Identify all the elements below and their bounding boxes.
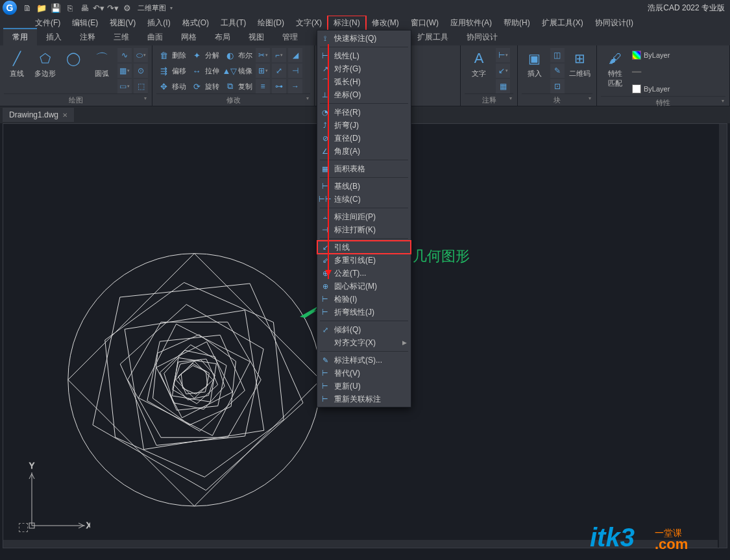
panel-title-block[interactable]: 块 (522, 93, 592, 106)
dropdown-item[interactable]: ⊢重新关联标注 (317, 393, 411, 406)
dropdown-item[interactable]: ⫠标注间距(P) (317, 210, 411, 223)
menu-item-label: 直径(D) (334, 133, 361, 144)
edit-block-button[interactable]: ✎ (550, 64, 565, 78)
dropdown-item[interactable]: ⊢替代(V) (317, 367, 411, 380)
arc-button[interactable]: ⌒圆弧 (89, 48, 115, 93)
menu-collab[interactable]: 协同设计(I) (590, 16, 639, 30)
dropdown-item[interactable]: ⊢检验(I) (317, 293, 411, 306)
insert-block-button[interactable]: ▣插入 (522, 48, 548, 93)
dropdown-item[interactable]: ⊥坐标(O) (317, 88, 411, 101)
menu-item-icon: ⤢ (320, 324, 330, 335)
stretch-button[interactable]: ↔拉伸 (189, 64, 221, 78)
dropdown-item[interactable]: ↙引线 (317, 241, 411, 254)
dropdown-item[interactable]: 对齐文字(X)▶ (317, 336, 411, 349)
submenu-arrow-icon: ▶ (402, 339, 407, 346)
delete-button[interactable]: 🗑删除 (156, 48, 188, 62)
lineweight-dropdown[interactable]: ByLayer (632, 82, 670, 96)
ribbon-tab[interactable]: 三维 (104, 28, 138, 45)
qat-save-icon[interactable]: 💾 (51, 3, 61, 13)
line-button[interactable]: ╱直线 (4, 48, 30, 93)
create-block-button[interactable]: ◫ (550, 48, 565, 62)
ribbon-tab[interactable]: 扩展工具 (408, 28, 457, 45)
linetype-dropdown[interactable]: ━━ (632, 65, 670, 79)
array-button[interactable]: ⊞ (256, 64, 270, 78)
ribbon-tab[interactable]: 协同设计 (457, 28, 507, 45)
dropdown-item[interactable]: ⊢折弯线性(J) (317, 306, 411, 319)
dropdown-item[interactable]: ⊕圆心标记(M) (317, 280, 411, 293)
ellipse-button[interactable]: ⬭ (134, 48, 148, 62)
dropdown-item[interactable]: ◔半径(R) (317, 106, 411, 119)
boolean-button[interactable]: ◐布尔 (223, 48, 254, 62)
lengthen-button[interactable]: → (288, 79, 302, 93)
ribbon-tab[interactable]: 插入 (37, 28, 71, 45)
app-logo-icon[interactable]: G (3, 1, 17, 15)
dropdown-item[interactable]: ↗对齐(G) (317, 62, 411, 75)
match-prop-button[interactable]: 🖌特性 匹配 (601, 48, 629, 96)
dim-linear-button[interactable]: ⊢ (496, 48, 510, 62)
ribbon-tab[interactable]: 视图 (239, 28, 273, 45)
dropdown-item[interactable]: ⤢倾斜(Q) (317, 323, 411, 336)
ribbon-tab[interactable]: 注释 (71, 28, 104, 45)
break-button[interactable]: ⊣ (288, 64, 302, 78)
text-button[interactable]: A文字 (465, 48, 493, 93)
dropdown-item[interactable]: ⟟快速标注(Q) (317, 32, 411, 45)
region-button[interactable]: ▭ (117, 79, 132, 93)
dropdown-item[interactable]: ✎标注样式(S)... (317, 354, 411, 367)
qat-redo-icon[interactable]: ↷▾ (108, 3, 118, 13)
join-button[interactable]: ⊶ (272, 79, 286, 93)
offset-button[interactable]: ⇶偏移 (156, 64, 188, 78)
scale-button[interactable]: ⤢ (272, 64, 286, 78)
dropdown-item[interactable]: ⊢基线(B) (317, 180, 411, 193)
workspace-switch-icon[interactable]: ⚙ (122, 3, 132, 13)
trim-button[interactable]: ✂ (256, 48, 270, 62)
dropdown-item[interactable]: ⊢线性(L) (317, 49, 411, 62)
dim-table-button[interactable]: ▦ (496, 79, 510, 93)
dropdown-item[interactable]: ⊢⊢连续(C) (317, 193, 411, 206)
rotate-button[interactable]: ⟳旋转 (189, 79, 221, 93)
menu-ext[interactable]: 扩展工具(X) (537, 16, 589, 30)
hatch-button[interactable]: ▦ (117, 64, 132, 78)
wipeout-button[interactable]: ⬚ (134, 79, 148, 93)
align-button[interactable]: ≡ (256, 79, 270, 93)
ribbon-tab[interactable]: 曲面 (138, 28, 172, 45)
qrcode-button[interactable]: ⊞二维码 (567, 48, 593, 93)
qat-print-icon[interactable]: 🖶 (79, 3, 90, 13)
ribbon-tab[interactable]: 管理 (273, 28, 307, 45)
qat-new-icon[interactable]: 🗎 (22, 3, 32, 13)
dropdown-item[interactable]: ⌒弧长(H) (317, 75, 411, 88)
panel-title-modify[interactable]: 修改 (156, 93, 310, 106)
fillet-button[interactable]: ⌐ (272, 48, 286, 62)
dim-leader-button[interactable]: ↙ (496, 64, 510, 78)
circle-button[interactable]: ◯ (61, 48, 87, 93)
panel-title-prop[interactable]: 特性 (601, 96, 725, 109)
ribbon-tab[interactable]: 布局 (206, 28, 239, 45)
mirror-button[interactable]: ▲▽镜像 (223, 64, 254, 78)
doc-tab[interactable]: Drawing1.dwg ✕ (3, 108, 74, 122)
spline-button[interactable]: ∿ (117, 48, 132, 62)
qat-undo-icon[interactable]: ↶▾ (93, 3, 104, 13)
explode-button[interactable]: ✦分解 (189, 48, 221, 62)
dropdown-item[interactable]: ⤴折弯(J) (317, 119, 411, 132)
dropdown-item[interactable]: ⊢更新(U) (317, 380, 411, 393)
chamfer-button[interactable]: ◢ (288, 48, 302, 62)
copy-button[interactable]: ⧉复制 (223, 79, 254, 93)
panel-title-annotate[interactable]: 注释 (465, 93, 513, 106)
workspace-label[interactable]: 二维草图 (138, 3, 166, 13)
dropdown-item[interactable]: ⊘直径(D) (317, 132, 411, 145)
dropdown-item[interactable]: ⊣标注打断(K) (317, 223, 411, 236)
ribbon-tab[interactable]: 常用 (3, 28, 37, 45)
move-button[interactable]: ✥移动 (156, 79, 188, 93)
dropdown-item[interactable]: ∠角度(A) (317, 145, 411, 158)
panel-title-draw[interactable]: 绘图 (4, 93, 148, 106)
dropdown-item[interactable]: ▦面积表格 (317, 162, 411, 175)
dropdown-item[interactable]: ⇙多重引线(E) (317, 254, 411, 267)
attr-button[interactable]: ⊡ (550, 79, 565, 93)
qat-saveas-icon[interactable]: ⎘ (65, 3, 75, 13)
point-button[interactable]: ⊙ (134, 64, 148, 78)
qat-open-icon[interactable]: 📁 (36, 3, 47, 13)
scrollbar-vertical[interactable] (718, 124, 727, 548)
close-tab-icon[interactable]: ✕ (62, 112, 67, 119)
color-dropdown[interactable]: ByLayer (632, 48, 670, 62)
ribbon-tab[interactable]: 网格 (172, 28, 206, 45)
polygon-button[interactable]: ⬠多边形 (32, 48, 58, 93)
